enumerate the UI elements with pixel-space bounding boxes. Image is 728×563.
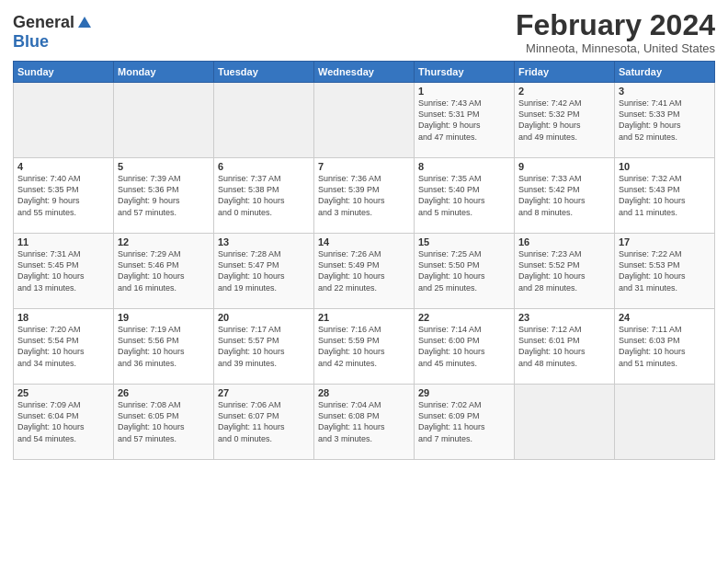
- day-number: 12: [118, 236, 210, 247]
- calendar-cell: 29Sunrise: 7:02 AM Sunset: 6:09 PM Dayli…: [415, 385, 515, 460]
- calendar-cell: [314, 83, 415, 158]
- day-number: 24: [619, 312, 711, 323]
- day-info: Sunrise: 7:02 AM Sunset: 6:09 PM Dayligh…: [418, 399, 510, 444]
- calendar-cell: 4Sunrise: 7:40 AM Sunset: 5:35 PM Daylig…: [14, 158, 114, 234]
- day-number: 6: [218, 161, 310, 172]
- day-info: Sunrise: 7:28 AM Sunset: 5:47 PM Dayligh…: [218, 248, 310, 293]
- day-info: Sunrise: 7:09 AM Sunset: 6:04 PM Dayligh…: [17, 399, 109, 444]
- day-info: Sunrise: 7:42 AM Sunset: 5:32 PM Dayligh…: [518, 98, 610, 143]
- calendar-cell: 23Sunrise: 7:12 AM Sunset: 6:01 PM Dayli…: [515, 309, 615, 385]
- day-header-wednesday: Wednesday: [314, 62, 415, 83]
- calendar-cell: 2Sunrise: 7:42 AM Sunset: 5:32 PM Daylig…: [515, 83, 615, 158]
- calendar-cell: 15Sunrise: 7:25 AM Sunset: 5:50 PM Dayli…: [415, 234, 515, 309]
- day-info: Sunrise: 7:22 AM Sunset: 5:53 PM Dayligh…: [619, 248, 711, 293]
- calendar-cell: 8Sunrise: 7:35 AM Sunset: 5:40 PM Daylig…: [415, 158, 515, 234]
- day-number: 14: [318, 236, 410, 247]
- day-number: 25: [17, 387, 109, 398]
- logo-general: General: [13, 13, 74, 32]
- day-header-thursday: Thursday: [415, 62, 515, 83]
- day-info: Sunrise: 7:19 AM Sunset: 5:56 PM Dayligh…: [118, 324, 210, 369]
- day-info: Sunrise: 7:36 AM Sunset: 5:39 PM Dayligh…: [318, 173, 410, 218]
- day-info: Sunrise: 7:33 AM Sunset: 5:42 PM Dayligh…: [518, 173, 610, 218]
- day-number: 29: [418, 387, 510, 398]
- day-info: Sunrise: 7:39 AM Sunset: 5:36 PM Dayligh…: [118, 173, 210, 218]
- logo: General Blue: [13, 13, 93, 52]
- calendar-cell: 6Sunrise: 7:37 AM Sunset: 5:38 PM Daylig…: [214, 158, 314, 234]
- day-info: Sunrise: 7:31 AM Sunset: 5:45 PM Dayligh…: [17, 248, 109, 293]
- calendar-week-row: 25Sunrise: 7:09 AM Sunset: 6:04 PM Dayli…: [14, 385, 715, 460]
- calendar-cell: 11Sunrise: 7:31 AM Sunset: 5:45 PM Dayli…: [14, 234, 114, 309]
- calendar-cell: 9Sunrise: 7:33 AM Sunset: 5:42 PM Daylig…: [515, 158, 615, 234]
- calendar-cell: [14, 83, 114, 158]
- day-number: 21: [318, 312, 410, 323]
- day-number: 9: [518, 161, 610, 172]
- day-number: 7: [318, 161, 410, 172]
- day-number: 3: [619, 86, 711, 97]
- day-info: Sunrise: 7:26 AM Sunset: 5:49 PM Dayligh…: [318, 248, 410, 293]
- title-block: February 2024 Minneota, Minnesota, Unite…: [516, 9, 715, 55]
- calendar-cell: [114, 83, 214, 158]
- day-number: 15: [418, 236, 510, 247]
- main-title: February 2024: [516, 9, 715, 41]
- calendar-cell: 22Sunrise: 7:14 AM Sunset: 6:00 PM Dayli…: [415, 309, 515, 385]
- calendar-cell: 5Sunrise: 7:39 AM Sunset: 5:36 PM Daylig…: [114, 158, 214, 234]
- day-number: 2: [518, 86, 610, 97]
- day-info: Sunrise: 7:16 AM Sunset: 5:59 PM Dayligh…: [318, 324, 410, 369]
- day-info: Sunrise: 7:08 AM Sunset: 6:05 PM Dayligh…: [118, 399, 210, 444]
- calendar-cell: 1Sunrise: 7:43 AM Sunset: 5:31 PM Daylig…: [415, 83, 515, 158]
- calendar-cell: 27Sunrise: 7:06 AM Sunset: 6:07 PM Dayli…: [214, 385, 314, 460]
- day-number: 16: [518, 236, 610, 247]
- calendar-cell: 26Sunrise: 7:08 AM Sunset: 6:05 PM Dayli…: [114, 385, 214, 460]
- day-info: Sunrise: 7:25 AM Sunset: 5:50 PM Dayligh…: [418, 248, 510, 293]
- day-number: 4: [17, 161, 109, 172]
- subtitle: Minneota, Minnesota, United States: [516, 41, 715, 55]
- day-info: Sunrise: 7:17 AM Sunset: 5:57 PM Dayligh…: [218, 324, 310, 369]
- day-header-friday: Friday: [515, 62, 615, 83]
- day-number: 19: [118, 312, 210, 323]
- day-number: 26: [118, 387, 210, 398]
- calendar-cell: 20Sunrise: 7:17 AM Sunset: 5:57 PM Dayli…: [214, 309, 314, 385]
- day-info: Sunrise: 7:29 AM Sunset: 5:46 PM Dayligh…: [118, 248, 210, 293]
- day-info: Sunrise: 7:14 AM Sunset: 6:00 PM Dayligh…: [418, 324, 510, 369]
- day-number: 10: [619, 161, 711, 172]
- day-number: 20: [218, 312, 310, 323]
- day-header-tuesday: Tuesday: [214, 62, 314, 83]
- header-row: General Blue February 2024 Minneota, Min…: [13, 9, 715, 55]
- day-number: 8: [418, 161, 510, 172]
- day-number: 13: [218, 236, 310, 247]
- day-number: 5: [118, 161, 210, 172]
- calendar-cell: 16Sunrise: 7:23 AM Sunset: 5:52 PM Dayli…: [515, 234, 615, 309]
- day-info: Sunrise: 7:12 AM Sunset: 6:01 PM Dayligh…: [518, 324, 610, 369]
- day-info: Sunrise: 7:40 AM Sunset: 5:35 PM Dayligh…: [17, 173, 109, 218]
- day-number: 17: [619, 236, 711, 247]
- calendar-week-row: 18Sunrise: 7:20 AM Sunset: 5:54 PM Dayli…: [14, 309, 715, 385]
- day-header-saturday: Saturday: [615, 62, 715, 83]
- day-header-monday: Monday: [114, 62, 214, 83]
- day-info: Sunrise: 7:35 AM Sunset: 5:40 PM Dayligh…: [418, 173, 510, 218]
- logo-icon: [76, 15, 93, 31]
- svg-marker-0: [78, 17, 91, 28]
- day-number: 22: [418, 312, 510, 323]
- day-info: Sunrise: 7:32 AM Sunset: 5:43 PM Dayligh…: [619, 173, 711, 218]
- logo-text: General Blue: [13, 13, 93, 52]
- calendar-cell: 17Sunrise: 7:22 AM Sunset: 5:53 PM Dayli…: [615, 234, 715, 309]
- calendar-cell: 21Sunrise: 7:16 AM Sunset: 5:59 PM Dayli…: [314, 309, 415, 385]
- day-info: Sunrise: 7:04 AM Sunset: 6:08 PM Dayligh…: [318, 399, 410, 444]
- calendar-cell: 12Sunrise: 7:29 AM Sunset: 5:46 PM Dayli…: [114, 234, 214, 309]
- logo-blue: Blue: [13, 32, 49, 51]
- day-info: Sunrise: 7:41 AM Sunset: 5:33 PM Dayligh…: [619, 98, 711, 143]
- calendar-cell: 10Sunrise: 7:32 AM Sunset: 5:43 PM Dayli…: [615, 158, 715, 234]
- calendar-cell: [615, 385, 715, 460]
- calendar-cell: 13Sunrise: 7:28 AM Sunset: 5:47 PM Dayli…: [214, 234, 314, 309]
- calendar-week-row: 1Sunrise: 7:43 AM Sunset: 5:31 PM Daylig…: [14, 83, 715, 158]
- calendar-week-row: 4Sunrise: 7:40 AM Sunset: 5:35 PM Daylig…: [14, 158, 715, 234]
- day-number: 27: [218, 387, 310, 398]
- calendar-cell: 18Sunrise: 7:20 AM Sunset: 5:54 PM Dayli…: [14, 309, 114, 385]
- day-header-sunday: Sunday: [14, 62, 114, 83]
- calendar-header-row: SundayMondayTuesdayWednesdayThursdayFrid…: [14, 62, 715, 83]
- calendar-cell: 24Sunrise: 7:11 AM Sunset: 6:03 PM Dayli…: [615, 309, 715, 385]
- day-number: 23: [518, 312, 610, 323]
- day-info: Sunrise: 7:37 AM Sunset: 5:38 PM Dayligh…: [218, 173, 310, 218]
- day-number: 11: [17, 236, 109, 247]
- day-info: Sunrise: 7:23 AM Sunset: 5:52 PM Dayligh…: [518, 248, 610, 293]
